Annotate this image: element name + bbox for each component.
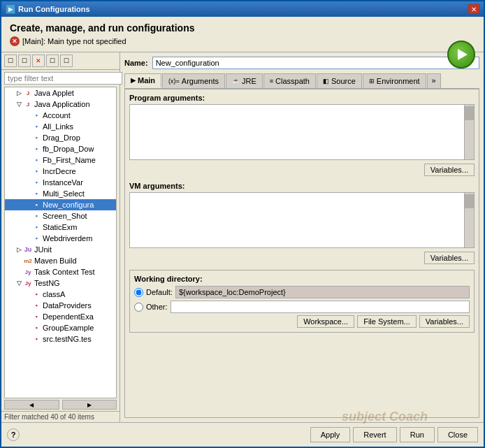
expand-icon bbox=[23, 156, 31, 164]
file-system-btn[interactable]: File System... bbox=[357, 315, 417, 328]
expand-icon bbox=[23, 324, 31, 332]
tree-item-multi-select[interactable]: ▪ Multi_Select bbox=[5, 188, 116, 199]
expand-icon bbox=[23, 133, 31, 142]
workspace-btn[interactable]: Workspace... bbox=[297, 315, 354, 328]
java-app-icon: J bbox=[23, 99, 33, 109]
tree-item-label: All_Links bbox=[43, 122, 73, 131]
vm-args-section: VM arguments: Variables... bbox=[129, 182, 475, 264]
tree-item-all-links[interactable]: ▪ All_Links bbox=[5, 121, 116, 132]
tree-item-fb-dropa[interactable]: ▪ fb_Dropa_Dow bbox=[5, 143, 116, 154]
config-item-icon: ▪ bbox=[31, 301, 41, 310]
vm-args-input[interactable] bbox=[130, 193, 464, 247]
revert-button[interactable]: Revert bbox=[353, 427, 396, 442]
tab-jre[interactable]: ☕ JRE bbox=[226, 73, 263, 88]
tree-item-java-app[interactable]: ▽ J Java Application bbox=[5, 99, 116, 110]
tab-more[interactable]: » bbox=[427, 73, 441, 88]
other-radio[interactable] bbox=[134, 303, 143, 312]
working-dir-section: Working directory: Default: Other: Works… bbox=[129, 270, 475, 333]
filter-input[interactable] bbox=[4, 72, 122, 85]
tree-item-task-context[interactable]: Jy Task Context Test bbox=[5, 266, 116, 277]
tree-item-label: Drag_Drop bbox=[43, 133, 80, 142]
config-item-icon: ▪ bbox=[31, 312, 41, 321]
config-item-icon: ▪ bbox=[31, 110, 41, 120]
tree-item-label: DataProviders bbox=[43, 301, 92, 310]
filter-button[interactable]: ☐ bbox=[46, 55, 59, 67]
close-button[interactable]: ✕ bbox=[468, 4, 479, 14]
tree-item-staticexm[interactable]: ▪ StaticExm bbox=[5, 222, 116, 233]
tree-item-label: StaticExm bbox=[43, 223, 78, 231]
tree-item-fb-first[interactable]: ▪ Fb_First_Name bbox=[5, 154, 116, 166]
expand-icon bbox=[15, 256, 23, 265]
scroll-left-btn[interactable]: ◀ bbox=[4, 400, 59, 410]
tree-toolbar: ☐ ☐ ✕ ☐ ☐ bbox=[1, 52, 120, 70]
close-button-bottom[interactable]: Close bbox=[437, 427, 478, 442]
config-item-icon: ▪ bbox=[31, 200, 41, 210]
run-button[interactable]: Run bbox=[400, 427, 435, 442]
tree-item-screen-shot[interactable]: ▪ Screen_Shot bbox=[5, 210, 116, 222]
delete-button[interactable]: ✕ bbox=[32, 55, 45, 67]
config-item-icon: ▪ bbox=[31, 155, 41, 165]
tab-classpath[interactable]: ≡ Classpath bbox=[263, 73, 316, 88]
tab-environment[interactable]: ⊞ Environment bbox=[363, 73, 426, 88]
variables-btn[interactable]: Variables... bbox=[419, 315, 470, 328]
tab-arguments-label: Arguments bbox=[182, 77, 219, 85]
source-tab-icon: ◧ bbox=[323, 78, 329, 85]
classpath-tab-icon: ≡ bbox=[270, 78, 273, 85]
vm-args-variables-btn[interactable]: Variables... bbox=[424, 252, 475, 264]
config-tree: ▷ J Java Applet ▽ J Java Application ▪ bbox=[4, 87, 117, 398]
tree-item-groupexample[interactable]: ▪ GroupExample bbox=[5, 322, 116, 333]
default-radio[interactable] bbox=[134, 288, 143, 297]
window-icon: ▶ bbox=[6, 4, 15, 14]
expand-icon bbox=[23, 335, 31, 343]
tree-item-dependentexa[interactable]: ▪ DependentExa bbox=[5, 311, 116, 322]
program-args-wrapper bbox=[129, 104, 475, 160]
jre-tab-icon: ☕ bbox=[232, 78, 240, 85]
tree-item-instancevar[interactable]: ▪ InstanceVar bbox=[5, 177, 116, 188]
collapse-button[interactable]: ☐ bbox=[60, 55, 73, 67]
scroll-right-btn[interactable]: ▶ bbox=[62, 400, 117, 410]
default-dir-input[interactable] bbox=[175, 286, 470, 298]
tree-item-label: Screen_Shot bbox=[43, 212, 87, 220]
config-item-icon: ▪ bbox=[31, 189, 41, 198]
tree-item-incrdecre[interactable]: ▪ IncrDecre bbox=[5, 166, 116, 177]
run-button-header[interactable] bbox=[447, 41, 475, 68]
expand-icon bbox=[23, 234, 31, 243]
tab-arguments[interactable]: (x)= Arguments bbox=[162, 73, 225, 88]
vm-args-scrollbar[interactable] bbox=[464, 193, 474, 247]
tree-item-maven[interactable]: m2 Maven Build bbox=[5, 255, 116, 266]
tree-item-webdriverdem[interactable]: ▪ Webdriverdem bbox=[5, 233, 116, 244]
help-button[interactable]: ? bbox=[7, 428, 20, 441]
vm-args-wrapper bbox=[129, 192, 475, 248]
filter-status: Filter matched 40 of 40 items bbox=[1, 411, 120, 422]
program-args-input[interactable] bbox=[130, 105, 464, 159]
expand-icon bbox=[23, 223, 31, 231]
tree-item-dataproviders[interactable]: ▪ DataProviders bbox=[5, 300, 116, 311]
program-args-scrollbar[interactable] bbox=[464, 105, 474, 159]
other-dir-input[interactable] bbox=[171, 301, 470, 313]
tree-item-srctestng[interactable]: ▪ src.testNG.tes bbox=[5, 333, 116, 345]
tree-item-label: JUnit bbox=[34, 245, 52, 254]
config-item-icon: ▪ bbox=[31, 222, 41, 232]
page-title: Create, manage, and run configurations bbox=[10, 22, 475, 34]
task-context-icon: Jy bbox=[23, 267, 33, 277]
tab-source[interactable]: ◧ Source bbox=[317, 73, 362, 88]
duplicate-button[interactable]: ☐ bbox=[18, 55, 31, 67]
other-radio-label: Other: bbox=[146, 303, 168, 311]
tree-item-new-config[interactable]: ▪ New_configura bbox=[5, 199, 116, 210]
tree-item-junit[interactable]: ▷ Ju JUnit bbox=[5, 244, 116, 255]
tree-item-drag-drop[interactable]: ▪ Drag_Drop bbox=[5, 132, 116, 143]
tree-item-label: Account bbox=[43, 111, 71, 120]
tree-item-java-applet[interactable]: ▷ J Java Applet bbox=[5, 87, 116, 99]
tree-item-account[interactable]: ▪ Account bbox=[5, 110, 116, 121]
name-label: Name: bbox=[124, 59, 148, 67]
tree-item-label: fb_Dropa_Dow bbox=[43, 145, 94, 153]
scrollbar-thumb bbox=[465, 106, 474, 120]
tree-item-classa[interactable]: ▪ classA bbox=[5, 289, 116, 300]
program-args-variables-btn[interactable]: Variables... bbox=[424, 164, 475, 176]
new-config-button[interactable]: ☐ bbox=[4, 55, 17, 67]
apply-button[interactable]: Apply bbox=[310, 427, 351, 442]
junit-icon: Ju bbox=[23, 245, 33, 254]
tree-item-testng[interactable]: ▽ Jy TestNG bbox=[5, 277, 116, 289]
name-input[interactable] bbox=[152, 57, 479, 69]
tab-main[interactable]: ▶ Main bbox=[124, 73, 161, 88]
